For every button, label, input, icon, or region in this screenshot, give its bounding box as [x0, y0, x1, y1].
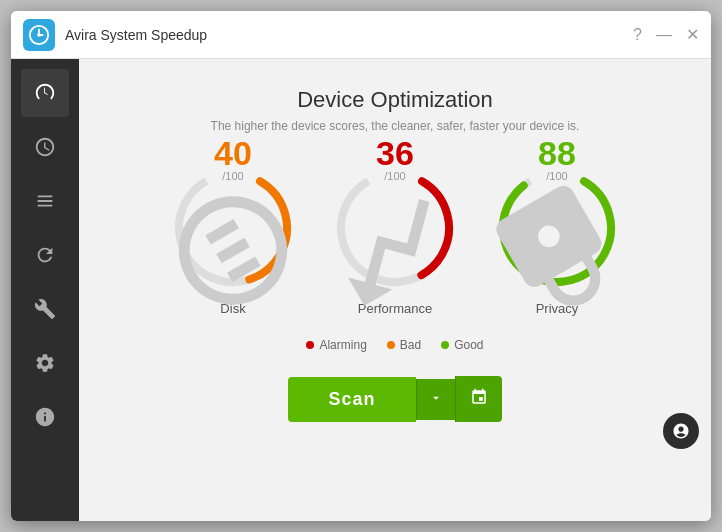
help-button[interactable]: ? — [633, 27, 642, 43]
legend-good-label: Good — [454, 338, 483, 352]
svg-point-1 — [37, 33, 41, 37]
legend-alarming-dot — [306, 341, 314, 349]
gauge-performance-value: 36 — [330, 136, 460, 170]
titlebar: Avira System Speedup ? — ✕ — [11, 11, 711, 59]
content-area: Device Optimization The higher the devic… — [79, 59, 711, 521]
gauge-privacy-icon — [492, 186, 622, 321]
scan-button-row: Scan — [288, 376, 501, 422]
gauge-disk-value: 40 — [168, 136, 298, 170]
sidebar-item-list[interactable] — [21, 177, 69, 225]
gauge-performance: 36 /100 Performance — [330, 163, 460, 316]
scan-button[interactable]: Scan — [288, 377, 415, 422]
legend-good: Good — [441, 338, 483, 352]
legend-bad-label: Bad — [400, 338, 421, 352]
gauge-performance-icon — [330, 186, 460, 321]
sidebar-item-speedometer[interactable] — [21, 69, 69, 117]
gauge-disk-center: 40 /100 — [168, 136, 298, 321]
gauge-disk-circle: 40 /100 — [168, 163, 298, 293]
scan-calendar-button[interactable] — [455, 376, 502, 422]
app-icon — [23, 19, 55, 51]
sidebar-item-settings[interactable] — [21, 339, 69, 387]
gauges-row: 40 /100 Disk — [168, 163, 622, 316]
sidebar — [11, 59, 79, 521]
legend-bad: Bad — [387, 338, 421, 352]
gauge-privacy-value: 88 — [492, 136, 622, 170]
legend-alarming-label: Alarming — [319, 338, 366, 352]
sidebar-item-refresh[interactable] — [21, 231, 69, 279]
gauge-privacy: 88 /100 Privacy — [492, 163, 622, 316]
page-subtitle: The higher the device scores, the cleane… — [211, 119, 580, 133]
scan-dropdown-button[interactable] — [416, 379, 455, 420]
gauge-privacy-center: 88 /100 — [492, 136, 622, 321]
gauge-performance-center: 36 /100 — [330, 136, 460, 321]
main-layout: Device Optimization The higher the devic… — [11, 59, 711, 521]
gauge-performance-circle: 36 /100 — [330, 163, 460, 293]
legend-good-dot — [441, 341, 449, 349]
window-controls: ? — ✕ — [633, 27, 699, 43]
page-title: Device Optimization — [297, 87, 493, 113]
minimize-button[interactable]: — — [656, 27, 672, 43]
sidebar-item-info[interactable] — [21, 393, 69, 441]
gauge-disk: 40 /100 Disk — [168, 163, 298, 316]
legend: Alarming Bad Good — [306, 338, 483, 352]
floating-badge[interactable] — [663, 413, 699, 449]
legend-alarming: Alarming — [306, 338, 366, 352]
close-button[interactable]: ✕ — [686, 27, 699, 43]
legend-bad-dot — [387, 341, 395, 349]
sidebar-item-clock[interactable] — [21, 123, 69, 171]
gauge-privacy-circle: 88 /100 — [492, 163, 622, 293]
app-window: Avira System Speedup ? — ✕ — [11, 11, 711, 521]
sidebar-item-tools[interactable] — [21, 285, 69, 333]
window-title: Avira System Speedup — [65, 27, 633, 43]
gauge-disk-icon — [168, 186, 298, 321]
